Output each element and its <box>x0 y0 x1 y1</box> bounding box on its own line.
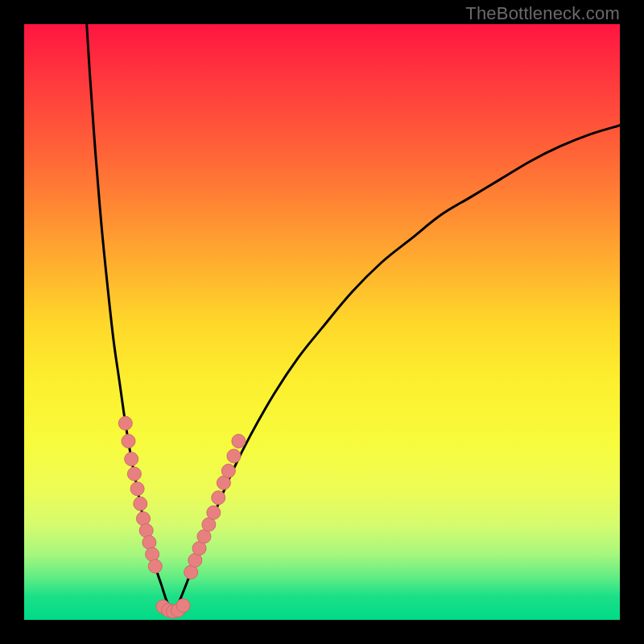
valley-dot <box>176 599 190 613</box>
right-dot <box>221 464 235 478</box>
right-dot <box>207 506 221 519</box>
chart-svg <box>24 24 620 620</box>
left-dot <box>137 512 151 526</box>
left-dot <box>127 467 141 481</box>
left-dot <box>134 497 147 510</box>
curve-left-branch <box>87 24 173 611</box>
left-dot <box>148 559 162 573</box>
curve-group <box>87 24 620 611</box>
left-dot <box>118 416 132 430</box>
left-dot <box>146 547 159 561</box>
right-dot <box>232 435 246 448</box>
curve-right-branch <box>173 126 620 611</box>
left-dot <box>125 452 138 466</box>
dots-group <box>118 416 246 618</box>
left-dot <box>122 435 135 448</box>
chart-stage: TheBottleneck.com <box>0 0 644 644</box>
right-dot <box>212 491 225 505</box>
plot-area <box>24 24 620 620</box>
watermark-text: TheBottleneck.com <box>465 3 620 24</box>
left-dot <box>130 482 144 496</box>
left-dot <box>142 535 156 549</box>
left-dot <box>139 524 153 538</box>
right-dot <box>227 449 241 463</box>
